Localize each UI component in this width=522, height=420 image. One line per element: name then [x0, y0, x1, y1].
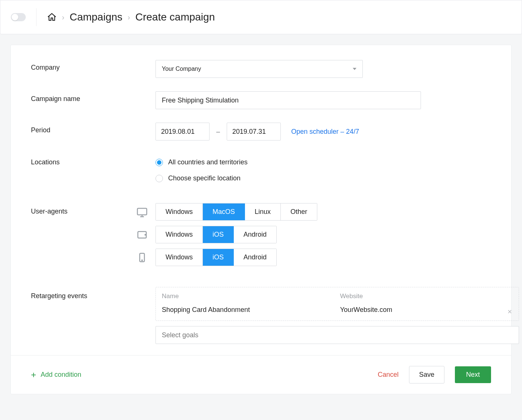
tablet-icon: [135, 229, 149, 240]
label-period: Period: [31, 123, 155, 134]
ua-row-desktop: Windows MacOS Linux Other: [135, 203, 491, 221]
label-locations: Locations: [31, 158, 155, 166]
rt-header-name: Name: [162, 293, 340, 300]
retargeting-box: Name Website Shopping Card Abandonment Y…: [155, 287, 519, 321]
label-retargeting: Retargeting events: [31, 287, 155, 300]
ua-tablet-segments: Windows iOS Android: [155, 226, 277, 243]
caret-down-icon: [353, 68, 356, 70]
open-scheduler-link[interactable]: Open scheduler – 24/7: [291, 128, 359, 136]
rt-row-website: YourWebsite.com: [340, 306, 513, 314]
divider: [36, 8, 37, 26]
campaign-name-input[interactable]: [155, 91, 421, 109]
close-icon[interactable]: ×: [507, 307, 512, 316]
home-icon[interactable]: [47, 12, 57, 22]
radio-all-countries[interactable]: All countries and territories: [155, 158, 491, 166]
ua-desktop-segments: Windows MacOS Linux Other: [155, 203, 317, 221]
rt-row-name: Shopping Card Abandonment: [162, 306, 340, 314]
form-card: Company Your Company Campaign name Perio…: [10, 45, 512, 394]
seg-desktop-windows[interactable]: Windows: [156, 203, 203, 220]
period-end-input[interactable]: [227, 123, 281, 140]
seg-desktop-macos[interactable]: MacOS: [203, 203, 245, 220]
radio-all-label: All countries and territories: [168, 158, 248, 166]
form-footer: + Add condition Cancel Save Next: [11, 355, 511, 394]
sidebar-toggle[interactable]: [11, 13, 26, 21]
svg-rect-0: [138, 208, 147, 215]
cancel-button[interactable]: Cancel: [378, 371, 399, 379]
rt-header-website: Website: [340, 293, 513, 300]
label-company: Company: [31, 60, 155, 72]
ua-mobile-segments: Windows iOS Android: [155, 249, 277, 266]
ua-row-tablet: Windows iOS Android: [135, 226, 491, 243]
seg-mobile-ios[interactable]: iOS: [203, 249, 234, 266]
mobile-icon: [135, 252, 149, 263]
desktop-icon: [135, 206, 149, 218]
save-button[interactable]: Save: [409, 366, 444, 383]
chevron-right-icon: ›: [128, 13, 130, 22]
svg-point-2: [145, 234, 146, 235]
breadcrumb-current: Create campaign: [135, 11, 215, 23]
add-condition-button[interactable]: + Add condition: [31, 370, 81, 379]
seg-tablet-windows[interactable]: Windows: [156, 226, 203, 243]
next-button[interactable]: Next: [455, 366, 491, 383]
radio-icon: [155, 159, 163, 166]
company-select[interactable]: Your Company: [155, 60, 363, 78]
chevron-right-icon: ›: [62, 13, 65, 22]
ua-row-mobile: Windows iOS Android: [135, 249, 491, 266]
label-campaign-name: Campaign name: [31, 91, 155, 103]
period-dash: –: [216, 128, 220, 136]
topbar: › Campaigns › Create campaign: [0, 0, 522, 34]
select-goals-input[interactable]: [155, 326, 519, 344]
plus-icon: +: [31, 370, 36, 379]
seg-desktop-other[interactable]: Other: [281, 203, 317, 220]
company-select-value: Your Company: [162, 66, 201, 72]
add-condition-label: Add condition: [41, 371, 81, 379]
period-start-input[interactable]: [155, 123, 210, 140]
radio-specific-label: Choose specific location: [168, 174, 240, 182]
seg-desktop-linux[interactable]: Linux: [245, 203, 281, 220]
seg-tablet-android[interactable]: Android: [234, 226, 276, 243]
seg-mobile-android[interactable]: Android: [234, 249, 276, 266]
seg-tablet-ios[interactable]: iOS: [203, 226, 234, 243]
radio-icon: [155, 175, 163, 182]
rt-row: Shopping Card Abandonment YourWebsite.co…: [162, 306, 513, 314]
radio-specific-location[interactable]: Choose specific location: [155, 174, 491, 182]
svg-point-4: [142, 260, 142, 260]
seg-mobile-windows[interactable]: Windows: [156, 249, 203, 266]
breadcrumb-campaigns[interactable]: Campaigns: [70, 11, 123, 23]
